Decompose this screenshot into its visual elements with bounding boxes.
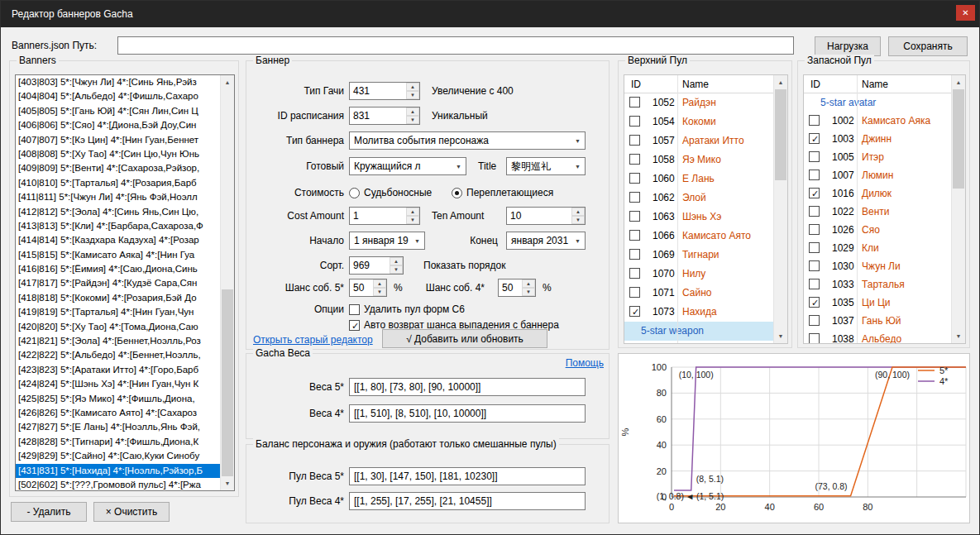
pool-row[interactable]: 1062Элой: [624, 189, 773, 208]
pool-row[interactable]: 1054Кокоми: [624, 112, 773, 131]
banner-list-item[interactable]: [431|831] 5*:[Нахида] 4*:[Ноэлль,Рэйзор,…: [16, 464, 220, 478]
pool-weights-4-input[interactable]: [349, 492, 586, 510]
spinner-down-icon[interactable]: ▼: [390, 265, 403, 274]
checkbox-unchecked-icon[interactable]: [629, 97, 640, 107]
pool-row[interactable]: 1030Чжун Ли: [804, 257, 951, 275]
checkbox-unchecked-icon[interactable]: [809, 333, 820, 343]
banner-list-item[interactable]: [425|825] 5*:[Яэ Мико] 4*:[Фишль,Диона,: [16, 392, 220, 406]
banner-list-item[interactable]: [410|810] 5*:[Тарталья] 4*:[Розария,Барб: [16, 176, 220, 190]
pool-row[interactable]: 1016Дилюк: [804, 184, 951, 203]
scroll-down-icon[interactable]: ▼: [221, 476, 234, 490]
banner-list-item[interactable]: [424|824] 5*:[Шэнь Хэ] 4*:[Нин Гуан,Чун …: [16, 377, 220, 391]
spinner-down-icon[interactable]: ▼: [406, 216, 419, 224]
pool-row[interactable]: 1052Райдэн: [624, 93, 773, 112]
banner-list-item[interactable]: [428|828] 5*:[Тигнари] 4*:[Фишль,Диона,К: [16, 435, 220, 449]
checkbox-unchecked-icon[interactable]: [629, 211, 640, 222]
scroll-up-icon[interactable]: ▲: [952, 75, 965, 89]
checkbox-checked-icon[interactable]: [629, 306, 640, 317]
banner-list-item[interactable]: [417|817] 5*:[Райдэн] 4*:[Кудзё Сара,Сян: [16, 276, 220, 290]
cost-radio-intertwined[interactable]: Переплетающиеся: [452, 185, 553, 200]
cost-amount-spinner[interactable]: 1 ▲▼: [349, 207, 420, 225]
pool-row[interactable]: 1007Люмин: [804, 166, 951, 184]
checkbox-unchecked-icon[interactable]: [809, 315, 820, 326]
sort-spinner[interactable]: 969 ▲▼: [349, 256, 404, 275]
banner-list-item[interactable]: [415|815] 5*:[Камисато Аяка] 4*:[Нин Гуа: [16, 248, 220, 262]
checkbox-unchecked-icon[interactable]: [629, 287, 640, 298]
pool-row[interactable]: 1073Нахида: [624, 303, 773, 322]
spinner-down-icon[interactable]: ▼: [571, 216, 585, 224]
banner-list-item[interactable]: [418|818] 5*:[Кокоми] 4*:[Розария,Бэй До: [16, 291, 220, 305]
scroll-down-icon[interactable]: ▼: [952, 329, 965, 343]
checkbox-unchecked-icon[interactable]: [809, 170, 820, 180]
spinner-up-icon[interactable]: ▲: [571, 208, 585, 216]
close-button[interactable]: ✕: [956, 5, 975, 21]
open-old-editor-link[interactable]: Открыть старый редактор: [253, 334, 373, 346]
checkbox-unchecked-icon[interactable]: [629, 268, 640, 279]
banner-list-item[interactable]: [407|807] 5*:[Кэ Цин] 4*:[Нин Гуан,Бенне…: [16, 133, 220, 147]
banner-list-item[interactable]: [420|820] 5*:[Ху Тао] 4*:[Тома,Диона,Саю: [16, 320, 220, 334]
scroll-thumb[interactable]: [953, 89, 964, 189]
add-or-update-button[interactable]: √ Добавить или обновить: [382, 329, 547, 348]
banner-type-select[interactable]: Молитва события персонажа ▼: [349, 131, 586, 150]
checkbox-unchecked-icon[interactable]: [629, 192, 640, 203]
spinner-down-icon[interactable]: ▼: [522, 288, 535, 296]
pool-row[interactable]: 1037Гань Юй: [804, 312, 951, 330]
scroll-thumb[interactable]: [775, 89, 786, 180]
checkbox-checked-icon[interactable]: [809, 188, 820, 198]
pool-row[interactable]: 1063Шэнь Хэ: [624, 208, 773, 227]
scroll-up-icon[interactable]: ▲: [774, 75, 787, 89]
banner-list-item[interactable]: [421|821] 5*:[Эола] 4*:[Беннет,Ноэлль,Ро…: [16, 334, 220, 348]
scroll-thumb[interactable]: [222, 289, 233, 476]
gacha-type-spinner[interactable]: 431 ▲▼: [349, 82, 420, 100]
pool-row[interactable]: 1022Венти: [804, 203, 951, 221]
checkbox-unchecked-icon[interactable]: [629, 116, 640, 127]
event-chance-5-spinner[interactable]: 50 ▲▼: [349, 279, 387, 297]
prefab-select[interactable]: Кружащийся л ▼: [349, 157, 466, 175]
spinner-up-icon[interactable]: ▲: [406, 107, 419, 116]
spinner-up-icon[interactable]: ▲: [406, 208, 419, 216]
banner-list-item[interactable]: [409|809] 5*:[Венти] 4*:[Сахароза,Рэйзор…: [16, 161, 220, 175]
banner-list-item[interactable]: [412|812] 5*:[Эола] 4*:[Синь Янь,Син Цю,: [16, 205, 220, 219]
banners-list-scrollbar[interactable]: ▲ ▼: [220, 75, 234, 490]
pool-row[interactable]: 11501Меч Сокола: [624, 341, 773, 343]
checkbox-checked-icon[interactable]: [809, 133, 820, 144]
pool-section-row[interactable]: 5-star avatar: [804, 93, 951, 112]
banner-list-item[interactable]: [405|805] 5*:[Гань Юй] 4*:[Сян Лин,Син Ц: [16, 104, 220, 118]
scroll-up-icon[interactable]: ▲: [221, 75, 234, 89]
checkbox-unchecked-icon[interactable]: [629, 135, 640, 146]
pool-weights-5-input[interactable]: [349, 467, 586, 485]
pool-row[interactable]: 1066Камисато Аято: [624, 227, 773, 246]
pool-row[interactable]: 1005Итэр: [804, 148, 951, 166]
pool-row[interactable]: 1070Нилу: [624, 265, 773, 284]
spinner-down-icon[interactable]: ▼: [406, 91, 419, 99]
spinner-up-icon[interactable]: ▲: [406, 83, 419, 91]
banner-list-item[interactable]: [403|803] 5*:[Чжун Ли] 4*:[Синь Янь,Рэйз: [16, 75, 220, 89]
spinner-down-icon[interactable]: ▼: [406, 116, 419, 124]
weights-5-input[interactable]: [349, 378, 586, 396]
banner-list-item[interactable]: [411|811] 5*:[Чжун Ли] 4*:[Янь Фэй,Ноэлл: [16, 190, 220, 204]
banner-list-item[interactable]: [427|827] 5*:[Е Лань] 4*:[Ноэлль,Янь Фэй…: [16, 420, 220, 434]
load-button[interactable]: Нагрузка: [815, 36, 881, 56]
spinner-up-icon[interactable]: ▲: [522, 279, 535, 288]
checkbox-unchecked-icon[interactable]: [629, 230, 640, 241]
pool-section-row[interactable]: 5-star weapon: [624, 322, 773, 341]
weights-4-input[interactable]: [349, 404, 586, 423]
banner-list-item[interactable]: [419|819] 5*:[Тарталья] 4*:[Нин Гуан,Чун: [16, 305, 220, 319]
remove-c6-pool-checkbox[interactable]: Удалить пул форм С6: [349, 303, 465, 317]
pool-row[interactable]: 1069Тигнари: [624, 246, 773, 265]
checkbox-unchecked-icon[interactable]: [809, 242, 820, 253]
pool-row[interactable]: 1029Кли: [804, 239, 951, 257]
banner-list-item[interactable]: [429|829] 5*:[Сайно] 4*:[Саю,Куки Синобу: [16, 449, 220, 463]
banner-list-item[interactable]: [422|822] 5*:[Альбедо] 4*:[Беннет,Ноэлль…: [16, 348, 220, 362]
banner-list-item[interactable]: [404|804] 5*:[Альбедо] 4*:[Фишль,Сахаро: [16, 89, 220, 103]
delete-banner-button[interactable]: - Удалить: [11, 502, 87, 522]
checkbox-unchecked-icon[interactable]: [809, 206, 820, 217]
checkbox-unchecked-icon[interactable]: [629, 249, 640, 260]
spinner-up-icon[interactable]: ▲: [390, 257, 403, 265]
pool-row[interactable]: 1060Е Лань: [624, 170, 773, 189]
spinner-up-icon[interactable]: ▲: [373, 279, 386, 288]
checkbox-unchecked-icon[interactable]: [809, 224, 820, 235]
banner-list-item[interactable]: [408|808] 5*:[Ху Тао] 4*:[Син Цю,Чун Юнь: [16, 147, 220, 161]
cost-radio-acquaint[interactable]: Судьбоносные: [349, 185, 432, 200]
reserve-pool-scrollbar[interactable]: ▲ ▼: [951, 75, 965, 343]
